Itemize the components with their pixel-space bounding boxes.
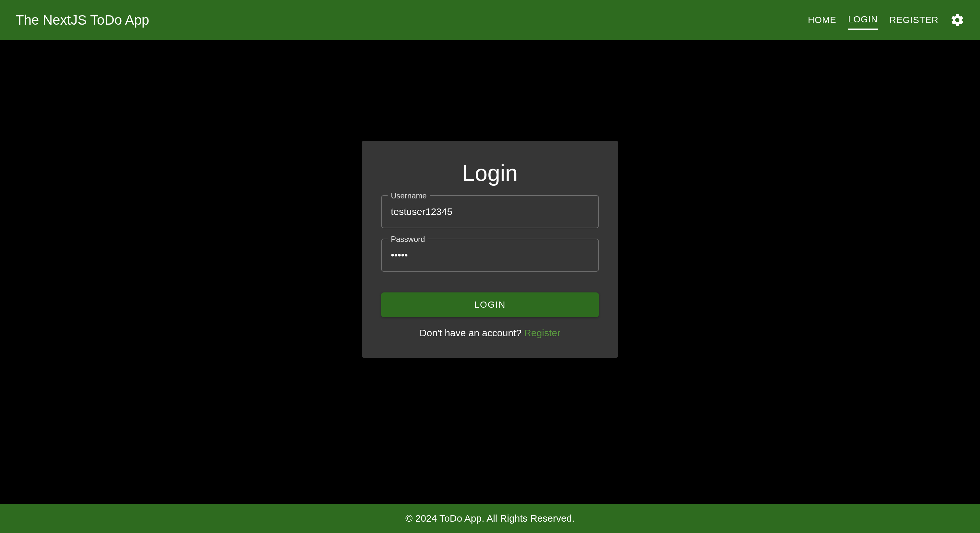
password-label: Password	[388, 235, 428, 244]
main-content: Login Username Password LOGIN Don't have…	[0, 40, 980, 504]
nav-home[interactable]: HOME	[808, 11, 837, 29]
footer-text: © 2024 ToDo App. All Rights Reserved.	[406, 513, 574, 523]
password-input-group: Password	[381, 239, 599, 272]
nav-register[interactable]: REGISTER	[889, 11, 939, 29]
login-title: Login	[381, 160, 599, 186]
gear-icon	[950, 13, 964, 27]
app-header: The NextJS ToDo App HOME LOGIN REGISTER	[0, 0, 980, 40]
login-button[interactable]: LOGIN	[381, 292, 599, 317]
username-input-group: Username	[381, 195, 599, 228]
register-prompt-text: Don't have an account?	[420, 327, 524, 338]
register-link[interactable]: Register	[524, 327, 560, 338]
login-card: Login Username Password LOGIN Don't have…	[362, 141, 618, 358]
app-footer: © 2024 ToDo App. All Rights Reserved.	[0, 504, 980, 533]
register-prompt: Don't have an account? Register	[381, 327, 599, 338]
username-label: Username	[388, 191, 430, 200]
settings-icon[interactable]	[950, 13, 964, 27]
nav-login[interactable]: LOGIN	[848, 10, 878, 30]
nav-links: HOME LOGIN REGISTER	[808, 10, 964, 30]
app-title: The NextJS ToDo App	[16, 12, 149, 28]
